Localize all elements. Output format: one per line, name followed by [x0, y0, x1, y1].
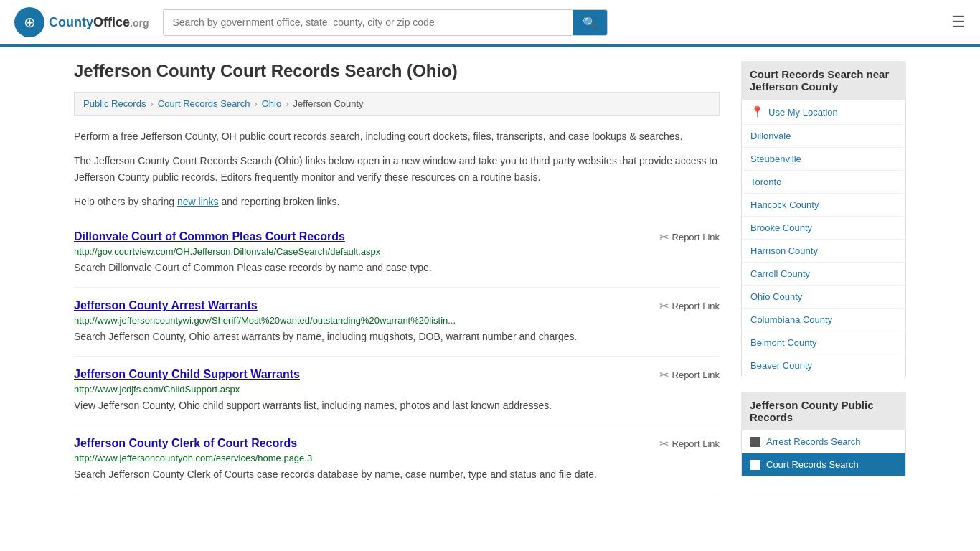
result-title[interactable]: Dillonvale Court of Common Pleas Court R…: [74, 230, 345, 243]
sidebar-item-belmont-county[interactable]: Belmont County: [742, 331, 905, 354]
logo-icon: ⊕: [14, 7, 44, 37]
page-title: Jefferson County Court Records Search (O…: [74, 61, 720, 81]
logo-text: CountyOffice.org: [49, 15, 149, 30]
result-item: Jefferson County Clerk of Court Records …: [74, 425, 720, 494]
description-3: Help others by sharing new links and rep…: [74, 194, 720, 209]
sidebar-item-toronto[interactable]: Toronto: [742, 171, 905, 194]
report-icon: ✂: [659, 368, 669, 382]
sidebar-item-harrison-county[interactable]: Harrison County: [742, 240, 905, 263]
sidebar-item-beaver-county[interactable]: Beaver County: [742, 354, 905, 377]
breadcrumb-ohio[interactable]: Ohio: [262, 98, 281, 109]
description-2: The Jefferson County Court Records Searc…: [74, 153, 720, 185]
sidebar-item-dillonvale[interactable]: Dillonvale: [742, 125, 905, 148]
location-icon: 📍: [750, 105, 764, 118]
report-link-button[interactable]: ✂ Report Link: [659, 437, 720, 451]
result-url[interactable]: http://gov.courtview.com/OH.Jefferson.Di…: [74, 246, 720, 257]
result-title[interactable]: Jefferson County Clerk of Court Records: [74, 437, 297, 450]
logo-link[interactable]: ⊕ CountyOffice.org: [14, 7, 149, 37]
search-bar: 🔍: [163, 9, 608, 36]
result-url[interactable]: http://www.jeffersoncountywi.gov/Sheriff…: [74, 315, 720, 326]
result-description: Search Jefferson County, Ohio arrest war…: [74, 329, 720, 344]
sidebar-item-ohio-county[interactable]: Ohio County: [742, 286, 905, 309]
site-header: ⊕ CountyOffice.org 🔍 ☰: [0, 0, 980, 47]
report-icon: ✂: [659, 437, 669, 451]
result-description: View Jefferson County, Ohio child suppor…: [74, 398, 720, 413]
breadcrumb-current: Jefferson County: [293, 98, 364, 109]
result-title[interactable]: Jefferson County Arrest Warrants: [74, 299, 258, 312]
court-records-icon: [750, 460, 760, 470]
breadcrumb-public-records[interactable]: Public Records: [83, 98, 146, 109]
result-item: Jefferson County Child Support Warrants …: [74, 357, 720, 425]
menu-button[interactable]: ☰: [951, 13, 966, 32]
report-link-button[interactable]: ✂ Report Link: [659, 230, 720, 244]
new-links-link[interactable]: new links: [177, 196, 219, 207]
main-content: Jefferson County Court Records Search (O…: [74, 61, 720, 494]
search-input[interactable]: [164, 10, 573, 35]
sidebar-item-arrest-records[interactable]: Arrest Records Search: [742, 430, 905, 453]
result-description: Search Dillonvale Court of Common Pleas …: [74, 260, 720, 276]
page-container: Jefferson County Court Records Search (O…: [60, 47, 920, 509]
sidebar-item-columbiana-county[interactable]: Columbiana County: [742, 309, 905, 331]
result-item: Dillonvale Court of Common Pleas Court R…: [74, 219, 720, 288]
sidebar-nearby-header: Court Records Search near Jefferson Coun…: [741, 61, 906, 100]
result-description: Search Jefferson County Clerk of Courts …: [74, 467, 720, 482]
report-link-button[interactable]: ✂ Report Link: [659, 299, 720, 313]
arrest-records-icon: [750, 437, 760, 447]
result-url[interactable]: http://www.jcdjfs.com/ChildSupport.aspx: [74, 384, 720, 395]
sidebar-item-hancock-county[interactable]: Hancock County: [742, 194, 905, 217]
sidebar-public-records-header: Jefferson County Public Records: [741, 392, 906, 430]
report-icon: ✂: [659, 299, 669, 313]
result-url[interactable]: http://www.jeffersoncountyoh.com/eservic…: [74, 453, 720, 463]
report-link-button[interactable]: ✂ Report Link: [659, 368, 720, 382]
sidebar-nearby-section: Court Records Search near Jefferson Coun…: [741, 61, 906, 377]
description-1: Perform a free Jefferson County, OH publ…: [74, 128, 720, 144]
breadcrumb: Public Records › Court Records Search › …: [74, 92, 720, 116]
sidebar-item-steubenville[interactable]: Steubenville: [742, 148, 905, 171]
use-my-location-link[interactable]: Use My Location: [768, 107, 838, 118]
report-icon: ✂: [659, 230, 669, 244]
sidebar-item-brooke-county[interactable]: Brooke County: [742, 217, 905, 240]
result-item: Jefferson County Arrest Warrants ✂ Repor…: [74, 288, 720, 357]
results-list: Dillonvale Court of Common Pleas Court R…: [74, 219, 720, 494]
sidebar-public-records-content: Arrest Records Search Court Records Sear…: [741, 430, 906, 476]
breadcrumb-court-records-search[interactable]: Court Records Search: [158, 98, 250, 109]
sidebar-item-court-records[interactable]: Court Records Search: [742, 453, 905, 476]
sidebar-use-my-location[interactable]: 📍 Use My Location: [742, 100, 905, 125]
sidebar-public-records-section: Jefferson County Public Records Arrest R…: [741, 392, 906, 476]
sidebar-nearby-content: 📍 Use My Location Dillonvale Steubenvill…: [741, 100, 906, 377]
result-title[interactable]: Jefferson County Child Support Warrants: [74, 368, 300, 381]
search-button[interactable]: 🔍: [573, 10, 607, 35]
sidebar-item-carroll-county[interactable]: Carroll County: [742, 263, 905, 286]
sidebar: Court Records Search near Jefferson Coun…: [741, 61, 906, 494]
